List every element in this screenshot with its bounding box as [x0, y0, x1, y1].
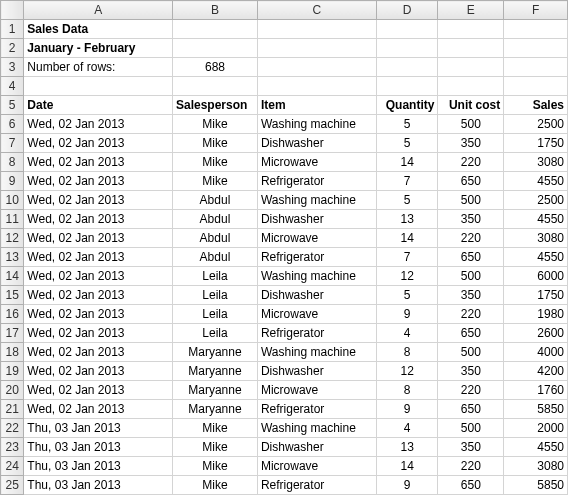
col-header-C[interactable]: C: [257, 1, 376, 20]
cell-blank[interactable]: [504, 58, 568, 77]
cell-quantity[interactable]: 7: [376, 172, 438, 191]
cell-sales[interactable]: 5850: [504, 400, 568, 419]
cell-blank[interactable]: [173, 77, 258, 96]
row-header-9[interactable]: 9: [1, 172, 24, 191]
cell-date[interactable]: Wed, 02 Jan 2013: [24, 400, 173, 419]
spreadsheet-grid[interactable]: A B C D E F 1Sales Data2January - Februa…: [0, 0, 568, 495]
cell-unitcost[interactable]: 220: [438, 457, 504, 476]
cell-blank[interactable]: [257, 39, 376, 58]
header-unit-cost[interactable]: Unit cost: [438, 96, 504, 115]
cell-sales[interactable]: 1750: [504, 286, 568, 305]
cell-numrows-value[interactable]: 688: [173, 58, 258, 77]
cell-blank[interactable]: [376, 39, 438, 58]
cell-blank[interactable]: [438, 20, 504, 39]
cell-quantity[interactable]: 7: [376, 248, 438, 267]
cell-sales[interactable]: 4550: [504, 210, 568, 229]
cell-salesperson[interactable]: Leila: [173, 267, 258, 286]
cell-salesperson[interactable]: Mike: [173, 438, 258, 457]
cell-quantity[interactable]: 14: [376, 229, 438, 248]
cell-blank[interactable]: [376, 58, 438, 77]
cell-sales[interactable]: 1980: [504, 305, 568, 324]
cell-date[interactable]: Wed, 02 Jan 2013: [24, 172, 173, 191]
col-header-D[interactable]: D: [376, 1, 438, 20]
cell-sales[interactable]: 3080: [504, 457, 568, 476]
cell-quantity[interactable]: 5: [376, 134, 438, 153]
cell-item[interactable]: Dishwasher: [257, 362, 376, 381]
cell-item[interactable]: Microwave: [257, 457, 376, 476]
cell-salesperson[interactable]: Mike: [173, 476, 258, 495]
header-sales[interactable]: Sales: [504, 96, 568, 115]
cell-unitcost[interactable]: 650: [438, 248, 504, 267]
cell-date[interactable]: Thu, 03 Jan 2013: [24, 438, 173, 457]
cell-sales[interactable]: 4200: [504, 362, 568, 381]
cell-item[interactable]: Washing machine: [257, 191, 376, 210]
cell-quantity[interactable]: 9: [376, 476, 438, 495]
cell-item[interactable]: Washing machine: [257, 267, 376, 286]
cell-salesperson[interactable]: Mike: [173, 115, 258, 134]
cell-item[interactable]: Washing machine: [257, 419, 376, 438]
cell-item[interactable]: Refrigerator: [257, 400, 376, 419]
cell-sales[interactable]: 2600: [504, 324, 568, 343]
cell-blank[interactable]: [257, 77, 376, 96]
cell-quantity[interactable]: 9: [376, 305, 438, 324]
cell-unitcost[interactable]: 500: [438, 115, 504, 134]
cell-sales[interactable]: 6000: [504, 267, 568, 286]
row-header-18[interactable]: 18: [1, 343, 24, 362]
cell-item[interactable]: Refrigerator: [257, 248, 376, 267]
cell-unitcost[interactable]: 650: [438, 172, 504, 191]
cell-quantity[interactable]: 13: [376, 210, 438, 229]
cell-item[interactable]: Microwave: [257, 229, 376, 248]
col-header-A[interactable]: A: [24, 1, 173, 20]
cell-blank[interactable]: [504, 39, 568, 58]
col-header-E[interactable]: E: [438, 1, 504, 20]
cell-date[interactable]: Wed, 02 Jan 2013: [24, 210, 173, 229]
cell-item[interactable]: Microwave: [257, 153, 376, 172]
cell-blank[interactable]: [376, 77, 438, 96]
cell-date[interactable]: Wed, 02 Jan 2013: [24, 134, 173, 153]
cell-quantity[interactable]: 5: [376, 286, 438, 305]
cell-sales[interactable]: 2000: [504, 419, 568, 438]
cell-quantity[interactable]: 8: [376, 343, 438, 362]
cell-blank[interactable]: [438, 77, 504, 96]
cell-salesperson[interactable]: Leila: [173, 305, 258, 324]
row-header-20[interactable]: 20: [1, 381, 24, 400]
cell-blank[interactable]: [438, 58, 504, 77]
col-header-B[interactable]: B: [173, 1, 258, 20]
cell-quantity[interactable]: 5: [376, 191, 438, 210]
cell-date[interactable]: Wed, 02 Jan 2013: [24, 305, 173, 324]
cell-unitcost[interactable]: 500: [438, 267, 504, 286]
cell-salesperson[interactable]: Mike: [173, 457, 258, 476]
cell-quantity[interactable]: 9: [376, 400, 438, 419]
row-header-5[interactable]: 5: [1, 96, 24, 115]
row-header-21[interactable]: 21: [1, 400, 24, 419]
cell-unitcost[interactable]: 500: [438, 419, 504, 438]
row-header-14[interactable]: 14: [1, 267, 24, 286]
header-quantity[interactable]: Quantity: [376, 96, 438, 115]
cell-quantity[interactable]: 14: [376, 153, 438, 172]
cell-date[interactable]: Wed, 02 Jan 2013: [24, 286, 173, 305]
cell-item[interactable]: Dishwasher: [257, 210, 376, 229]
cell-date[interactable]: Wed, 02 Jan 2013: [24, 229, 173, 248]
cell-item[interactable]: Dishwasher: [257, 286, 376, 305]
cell-blank[interactable]: [376, 20, 438, 39]
cell-item[interactable]: Refrigerator: [257, 324, 376, 343]
cell-sales[interactable]: 4550: [504, 438, 568, 457]
cell-sales[interactable]: 4550: [504, 248, 568, 267]
cell-unitcost[interactable]: 220: [438, 153, 504, 172]
cell-unitcost[interactable]: 500: [438, 343, 504, 362]
cell-unitcost[interactable]: 500: [438, 191, 504, 210]
row-header-24[interactable]: 24: [1, 457, 24, 476]
cell-unitcost[interactable]: 350: [438, 210, 504, 229]
select-all-corner[interactable]: [1, 1, 24, 20]
row-header-10[interactable]: 10: [1, 191, 24, 210]
row-header-3[interactable]: 3: [1, 58, 24, 77]
cell-blank[interactable]: [504, 77, 568, 96]
cell-salesperson[interactable]: Leila: [173, 324, 258, 343]
header-item[interactable]: Item: [257, 96, 376, 115]
cell-unitcost[interactable]: 220: [438, 305, 504, 324]
cell-title[interactable]: Sales Data: [24, 20, 173, 39]
cell-item[interactable]: Microwave: [257, 305, 376, 324]
cell-unitcost[interactable]: 220: [438, 381, 504, 400]
cell-item[interactable]: Dishwasher: [257, 134, 376, 153]
cell-date[interactable]: Wed, 02 Jan 2013: [24, 115, 173, 134]
